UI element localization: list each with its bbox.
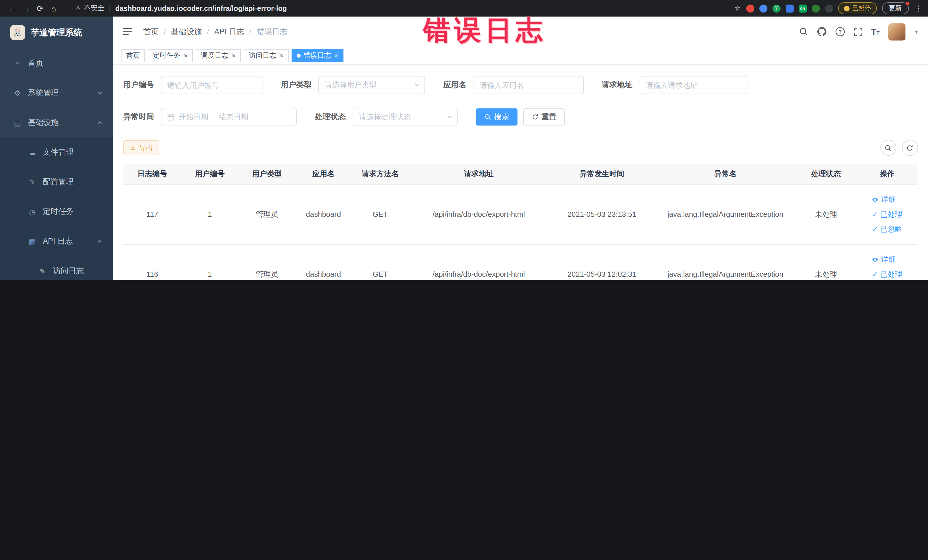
app-name-input[interactable] [473, 76, 583, 94]
update-button[interactable]: 更新 [882, 2, 908, 14]
cell-user-id: 1 [181, 184, 238, 244]
sidebar-item-label: 首页 [28, 58, 43, 69]
bookmark-star-icon[interactable]: ☆ [734, 4, 741, 12]
breadcrumb-separator: / [207, 27, 209, 36]
start-date-placeholder: 开始日期 [179, 112, 208, 122]
browser-menu-icon[interactable]: ⋮ [915, 4, 922, 12]
sidebar: 🐰 芋道管理系统 ⌂首页⚙系统管理▤基础设施☁文件管理✎配置管理◷定时任务▦AP… [0, 17, 113, 280]
extension-on-icon[interactable]: on [798, 4, 806, 12]
sidebar-item-api-log[interactable]: ▦API 日志 [0, 226, 113, 256]
filter-app-name: 应用名 [443, 76, 583, 94]
sidebar-item-access-log[interactable]: ✎访问日志 [0, 256, 113, 280]
export-button[interactable]: 导出 [123, 140, 159, 155]
sidebar-item-infra[interactable]: ▤基础设施 [0, 108, 113, 137]
breadcrumb-separator: / [164, 27, 166, 36]
cell-status: 未处理 [795, 244, 856, 280]
tab-error-log[interactable]: 错误日志× [292, 49, 343, 62]
close-icon[interactable]: × [334, 52, 338, 59]
search-button[interactable]: 搜索 [476, 108, 517, 125]
sidebar-item-home[interactable]: ⌂首页 [0, 49, 113, 78]
extension-icon[interactable] [785, 4, 793, 12]
paused-badge[interactable]: 已暂停 [838, 2, 877, 14]
fullscreen-icon[interactable] [853, 27, 863, 36]
sidebar-item-config[interactable]: ✎配置管理 [0, 167, 113, 197]
process-status-select[interactable]: 请选择处理状态 [353, 108, 458, 126]
close-icon[interactable]: × [232, 52, 236, 59]
app-logo[interactable]: 🐰 芋道管理系统 [0, 17, 113, 49]
extension-icon[interactable]: Y [772, 4, 780, 12]
check-icon: ✓ [872, 226, 878, 232]
filter-user-type: 用户类型 请选择用户类型 [281, 76, 425, 94]
tab-job[interactable]: 定时任务× [148, 49, 193, 62]
range-separator: - [212, 113, 215, 121]
hamburger-icon[interactable] [122, 26, 133, 37]
cell-actions: 详细✓已处理✓已忽略 [856, 244, 918, 280]
home-icon: ⌂ [12, 59, 22, 68]
breadcrumb-item[interactable]: 首页 [143, 26, 159, 37]
tab-label: 首页 [126, 51, 140, 61]
request-url-input[interactable] [639, 76, 747, 94]
column-header: 请求地址 [409, 164, 548, 184]
check-icon: ✓ [872, 211, 878, 218]
avatar[interactable] [888, 23, 905, 40]
action-ignored[interactable]: ✓已忽略 [872, 222, 902, 237]
search-icon[interactable] [799, 27, 809, 37]
sidebar-item-label: 基础设施 [28, 117, 59, 128]
chevron-down-icon[interactable]: ▼ [914, 29, 919, 35]
action-label: 详细 [881, 194, 896, 204]
tab-job-log[interactable]: 调度日志× [196, 49, 241, 62]
cell-method: GET [351, 244, 409, 280]
sidebar-item-job[interactable]: ◷定时任务 [0, 197, 113, 226]
date-range-picker[interactable]: 开始日期 - 结束日期 [161, 108, 297, 126]
close-icon[interactable]: × [184, 52, 188, 59]
cell-exception-name: java.lang.IllegalArgumentException [656, 244, 795, 280]
table-row: 1161管理员dashboardGET/api/infra/db-doc/exp… [123, 244, 918, 280]
apilog-icon: ▦ [27, 237, 37, 246]
infra-icon: ▤ [12, 118, 22, 127]
main-area: 首页/基础设施/API 日志/错误日志 ? TT [113, 17, 928, 280]
sidebar-item-system[interactable]: ⚙系统管理 [0, 78, 113, 108]
filter-user-id: 用户编号 [123, 76, 263, 94]
tabs-bar: 首页定时任务×调度日志×访问日志×错误日志× [113, 47, 928, 64]
breadcrumb-item[interactable]: 基础设施 [171, 26, 202, 37]
sidebar-item-label: 定时任务 [43, 206, 73, 217]
tab-access-log[interactable]: 访问日志× [244, 49, 289, 62]
extension-paw-icon[interactable] [825, 4, 833, 12]
user-id-input[interactable] [161, 76, 263, 94]
help-icon[interactable]: ? [835, 27, 845, 37]
table-row: 1171管理员dashboardGET/api/infra/db-doc/exp… [123, 184, 918, 244]
toggle-search-button[interactable] [880, 140, 896, 156]
tab-home[interactable]: 首页 [121, 49, 145, 62]
reset-button[interactable]: 重置 [523, 108, 565, 125]
filter-exception-time: 异常时间 开始日期 - 结束日期 [123, 108, 297, 126]
user-type-select[interactable]: 请选择用户类型 [318, 76, 425, 94]
refresh-button[interactable] [902, 140, 918, 156]
action-detail[interactable]: 详细 [872, 192, 902, 207]
github-icon[interactable] [817, 27, 827, 37]
close-icon[interactable]: × [279, 52, 284, 59]
extension-icon[interactable] [746, 4, 754, 12]
extension-icon[interactable] [759, 4, 767, 12]
back-icon[interactable]: ← [6, 2, 20, 15]
reload-icon[interactable]: ⟳ [33, 2, 47, 15]
url-text: dashboard.yudao.iocoder.cn/infra/log/api… [115, 4, 287, 12]
font-size-icon[interactable]: TT [871, 27, 879, 36]
tab-label: 定时任务 [153, 51, 180, 61]
sidebar-item-file[interactable]: ☁文件管理 [0, 137, 113, 167]
exception-time-label: 异常时间 [123, 112, 154, 122]
table-header-row: 日志编号用户编号用户类型应用名请求方法名请求地址异常发生时间异常名处理状态操作 [123, 164, 918, 184]
column-header: 请求方法名 [351, 164, 409, 184]
address-bar[interactable]: ⚠ 不安全 | dashboard.yudao.iocoder.cn/infra… [75, 3, 287, 13]
action-detail[interactable]: 详细 [872, 252, 902, 267]
breadcrumb-item[interactable]: API 日志 [214, 26, 244, 37]
action-links: 详细✓已处理✓已忽略 [872, 252, 902, 280]
action-processed[interactable]: ✓已处理 [872, 267, 902, 280]
extension-icon[interactable] [812, 4, 820, 12]
gear-icon: ⚙ [12, 89, 22, 97]
home-icon[interactable]: ⌂ [47, 2, 61, 15]
cell-user-type: 管理员 [238, 184, 296, 244]
forward-icon[interactable]: → [20, 2, 33, 15]
action-processed[interactable]: ✓已处理 [872, 207, 902, 222]
sidebar-item-label: API 日志 [43, 236, 73, 246]
active-dot [297, 53, 301, 58]
